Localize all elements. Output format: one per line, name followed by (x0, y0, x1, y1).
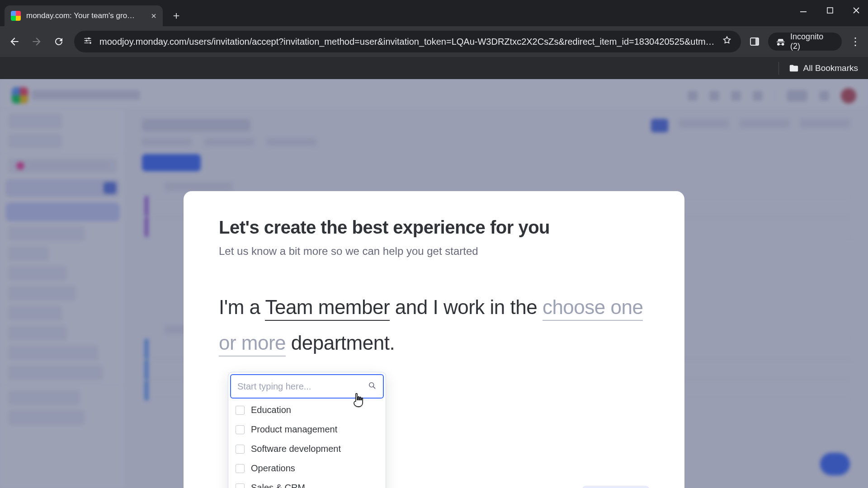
checkbox-icon[interactable] (236, 464, 245, 473)
sentence-part2: and I work in the (390, 296, 542, 318)
dropdown-option[interactable]: Education (228, 400, 386, 420)
checkbox-icon[interactable] (236, 425, 245, 434)
tab-strip: monday.com: Your team's gro… × ＋ (0, 0, 868, 26)
svg-point-5 (85, 39, 87, 41)
browser-toolbar: moodjoy.monday.com/users/invitation/acce… (0, 26, 868, 57)
dropdown-search-input[interactable] (237, 381, 363, 392)
window-maximize-button[interactable] (826, 6, 834, 14)
svg-rect-1 (827, 8, 833, 13)
svg-point-6 (88, 37, 90, 39)
dropdown-option[interactable]: Software development (228, 439, 386, 459)
checkbox-icon[interactable] (236, 483, 245, 488)
incognito-label: Incognito (2) (790, 32, 835, 51)
dropdown-option-label: Software development (251, 444, 341, 454)
nav-reload-button[interactable] (52, 34, 66, 49)
onboarding-sentence: I'm a Team member and I work in the choo… (219, 289, 649, 361)
url-text: moodjoy.monday.com/users/invitation/acce… (99, 37, 715, 47)
dropdown-option[interactable]: Product management (228, 420, 386, 439)
department-dropdown: Education Product management Software de… (228, 372, 386, 488)
all-bookmarks-button[interactable]: All Bookmarks (789, 63, 858, 73)
checkbox-icon[interactable] (236, 406, 245, 415)
site-settings-icon[interactable] (83, 36, 92, 47)
dropdown-option[interactable]: Operations (228, 459, 386, 478)
modal-subtitle: Let us know a bit more so we can help yo… (219, 245, 649, 258)
bookmarks-divider (778, 62, 779, 75)
new-tab-button[interactable]: ＋ (167, 6, 185, 24)
window-minimize-button[interactable] (799, 6, 807, 14)
all-bookmarks-label: All Bookmarks (803, 63, 858, 73)
svg-line-10 (373, 386, 375, 388)
svg-point-4 (90, 42, 91, 43)
modal-title: Let's create the best experience for you (219, 217, 649, 238)
window-controls (799, 6, 860, 14)
browser-chrome: monday.com: Your team's gro… × ＋ m (0, 0, 868, 79)
dropdown-option-label: Sales & CRM (251, 483, 305, 488)
chrome-menu-icon[interactable]: ⋮ (850, 35, 861, 48)
browser-tab-active[interactable]: monday.com: Your team's gro… × (5, 5, 163, 26)
side-panel-icon[interactable] (749, 36, 760, 47)
sentence-part1: I'm a (219, 296, 265, 318)
role-selector[interactable]: Team member (265, 296, 390, 321)
search-icon (368, 381, 377, 392)
dropdown-option-label: Operations (251, 463, 295, 474)
sentence-part3: department. (286, 332, 395, 354)
dropdown-option[interactable]: Sales & CRM (228, 478, 386, 488)
omnibox[interactable]: moodjoy.monday.com/users/invitation/acce… (74, 31, 741, 52)
nav-forward-button (29, 34, 43, 49)
svg-rect-8 (755, 38, 759, 45)
dropdown-option-label: Education (251, 405, 291, 415)
checkbox-icon[interactable] (236, 445, 245, 454)
tab-title: monday.com: Your team's gro… (26, 11, 146, 20)
tab-close-icon[interactable]: × (151, 11, 156, 20)
tab-favicon-icon (11, 11, 21, 21)
bookmark-star-icon[interactable] (722, 35, 732, 48)
dropdown-options-list[interactable]: Education Product management Software de… (228, 400, 386, 488)
nav-back-button[interactable] (7, 34, 21, 49)
bookmarks-bar: All Bookmarks (0, 57, 868, 79)
page-viewport: Let's create the best experience for you… (0, 79, 868, 488)
dropdown-option-label: Product management (251, 424, 337, 435)
continue-button[interactable]: Continue (582, 486, 649, 488)
window-close-button[interactable] (853, 6, 860, 14)
dropdown-search (230, 374, 384, 399)
incognito-indicator[interactable]: Incognito (2) (768, 33, 842, 51)
